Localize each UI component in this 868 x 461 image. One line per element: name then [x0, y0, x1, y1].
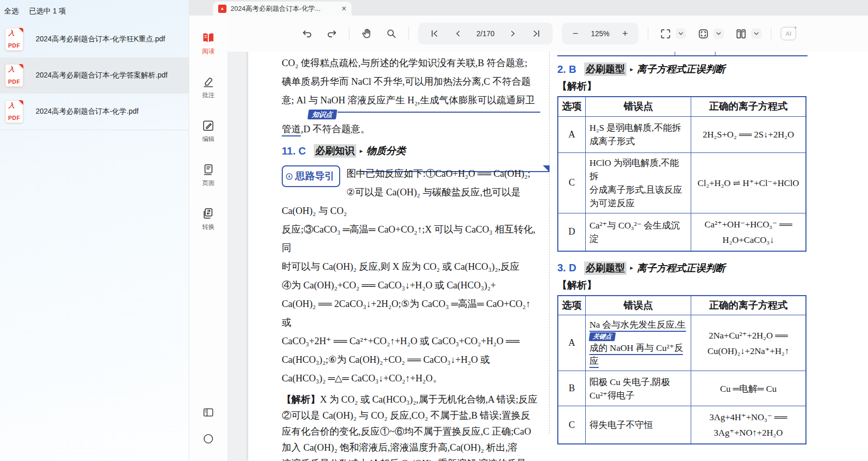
paragraph: 管道,D 不符合题意。: [282, 120, 540, 139]
guide-box: 思路导引 图中已知反应如下:①CaO+H₂O ══ Ca(OH)₂; ②可以是 …: [282, 164, 540, 388]
key-point-annotation: 关键点: [589, 331, 687, 342]
underlined-text: 成的 NaOH 再与 Cu²⁺反应: [589, 343, 683, 368]
sidenav-label: 编辑: [202, 135, 215, 144]
search-icon: [385, 27, 398, 40]
equation-cell: Cu ═电解═ Cu: [691, 371, 806, 406]
key-point-badge: 关键点: [589, 332, 616, 341]
column-header: 错误点: [586, 296, 691, 315]
question-heading-11: 11. C 必刷知识 ▸ 物质分类: [282, 143, 540, 159]
next-page-button[interactable]: [505, 26, 521, 41]
pdf-page: CO₂ 使得糕点疏松,与所述的化学知识没有关联,B 符合题意; 碘单质易升华而 …: [248, 52, 868, 461]
sidenav-item-edit[interactable]: 编辑: [202, 119, 215, 144]
sidenav-item-convert[interactable]: 转换: [202, 207, 215, 232]
fit-page-dropdown[interactable]: [713, 28, 724, 39]
highlighter-icon: [202, 75, 215, 88]
last-page-button[interactable]: [529, 26, 544, 41]
analysis-label: 【解析】: [557, 279, 808, 292]
answer-number: 2. B: [557, 64, 576, 75]
pdf-viewer[interactable]: CO₂ 使得糕点疏松,与所述的化学知识没有关联,B 符合题意; 碘单质易升华而 …: [227, 52, 868, 461]
redo-button[interactable]: [324, 26, 340, 41]
question-heading-3: 3. D 必刷题型 ▸ 离子方程式正误判断: [557, 260, 808, 276]
sidenav-item-annotate[interactable]: 批注: [202, 75, 215, 100]
zoom-controls: − 125% +: [562, 23, 638, 44]
select-all-button[interactable]: 全选: [4, 7, 19, 16]
option-cell: A: [558, 116, 586, 152]
page-fold-icon: [19, 64, 23, 69]
guide-text: 图中已知反应如下:①CaO+H₂O ══ Ca(OH)₂; ②可以是 Ca(OH…: [282, 168, 536, 383]
arrow-icon: ▸: [630, 264, 633, 272]
pdf-badge: PDF: [5, 42, 23, 49]
fullscreen-group: [658, 26, 686, 41]
page-indicator[interactable]: 2/170: [474, 29, 497, 38]
adobe-mark-icon: 入: [8, 66, 16, 72]
sidenav-item-pages[interactable]: 页面: [202, 163, 215, 188]
table-header-row: 选项 错误点 正确的离子方程式: [558, 97, 806, 116]
equation-cell: 3Ag+4H⁺+NO₃⁻ ══ 3Ag⁺+NO↑+2H₂O: [691, 406, 806, 444]
pdf-file-icon: 入 PDF: [5, 100, 23, 123]
undo-button[interactable]: [299, 26, 315, 41]
pdf-file-icon: 入 PDF: [5, 28, 23, 51]
toolbar-divider: [408, 27, 409, 40]
zoom-out-button[interactable]: −: [570, 28, 581, 39]
tab-close-button[interactable]: ×: [342, 5, 346, 13]
question-heading-2: 2. B 必刷题型 ▸ 离子方程式正误判断: [557, 61, 808, 78]
analysis-label: 【解析】: [557, 80, 808, 93]
pdf-file-icon: 入 PDF: [5, 64, 23, 87]
column-header: 正确的离子方程式: [691, 97, 806, 116]
ai-assistant-button[interactable]: AI ✦: [781, 27, 796, 40]
zoom-in-button[interactable]: +: [620, 28, 630, 39]
section-tag: 必刷知识: [314, 144, 356, 158]
adobe-mark-icon: 入: [8, 102, 16, 109]
sidenav-item-read[interactable]: 阅读: [202, 31, 215, 56]
option-cell: A: [558, 315, 586, 371]
answer-number: 3. D: [557, 262, 576, 274]
fullscreen-dropdown[interactable]: [676, 28, 686, 39]
undo-icon: [301, 27, 313, 40]
first-page-button[interactable]: [427, 26, 442, 41]
file-list-item[interactable]: 入 PDF 2024高考必刷题合订本-化学狂K重点.pdf: [0, 21, 189, 57]
document-tab[interactable]: ▲ 2024高考必刷题合订本-化学... ×: [213, 2, 352, 16]
convert-icon: [202, 207, 215, 220]
equation-cell: Cl₂+H₂O ⇌ H⁺+Cl⁻+HClO: [691, 152, 806, 213]
side-panel-icon: [202, 406, 215, 419]
circle-icon: [203, 433, 214, 444]
search-button[interactable]: [384, 26, 399, 41]
table-row: B 阳极 Cu 失电子,阴极 Cu²⁺得电子 Cu ═电解═ Cu: [558, 371, 806, 406]
prev-page-button[interactable]: [450, 26, 466, 41]
hand-icon: [360, 27, 373, 40]
adobe-mark-icon: 入: [8, 30, 16, 36]
file-list-item-selected[interactable]: 入 PDF 2024高考必刷题合订本-化学答案解析.pdf: [0, 57, 189, 94]
page-column-left: CO₂ 使得糕点疏松,与所述的化学知识没有关联,B 符合题意; 碘单质易升华而 …: [282, 52, 540, 461]
page-layout-dropdown[interactable]: [751, 28, 762, 39]
fullscreen-button[interactable]: [658, 26, 673, 41]
panel-toggle-button[interactable]: [189, 406, 227, 419]
book-icon: [202, 31, 215, 44]
sidenav-label: 转换: [202, 223, 215, 232]
pdf-badge: PDF: [5, 115, 23, 121]
error-cell: Na 会与水先发生反应,生 关键点 成的 NaOH 再与 Cu²⁺反应: [586, 315, 691, 371]
table-row: D Ca²⁺与 CO₃²⁻ 会生成沉淀 Ca²⁺+OH⁻+HCO₃⁻ ══ H₂…: [558, 213, 806, 251]
redo-icon: [326, 27, 338, 40]
table-row: A Na 会与水先发生反应,生 关键点 成的 NaOH 再与 Cu²⁺反应 2N: [558, 315, 806, 371]
option-cell: C: [558, 406, 586, 444]
help-button[interactable]: [189, 433, 227, 444]
analysis-label: 【解析】: [282, 394, 320, 405]
page-fold-icon: [19, 100, 23, 105]
sidenav-label: 页面: [202, 179, 215, 188]
selection-status: 已选中 1 项: [29, 7, 66, 16]
pdf-reader-app: 全选 已选中 1 项 入 PDF 2024高考必刷题合订本-化学狂K重点.pdf…: [0, 0, 868, 461]
file-list: 入 PDF 2024高考必刷题合订本-化学狂K重点.pdf 入 PDF 2024…: [0, 21, 189, 130]
toolbar-divider: [771, 27, 771, 40]
mode-sidenav: 阅读 批注 编辑: [189, 16, 227, 461]
two-page-view-button[interactable]: [733, 26, 749, 41]
tab-bar: ▲ 2024高考必刷题合订本-化学... ×: [189, 0, 868, 16]
arrow-icon: ▸: [360, 147, 363, 155]
column-header: 错误点: [586, 97, 691, 116]
error-cell: 阳极 Cu 失电子,阴极 Cu²⁺得电子: [586, 371, 691, 406]
hand-tool-button[interactable]: [359, 26, 374, 41]
viewer-toolbar: 2/170 −: [227, 16, 868, 52]
option-cell: C: [558, 152, 586, 213]
fit-page-button[interactable]: [695, 26, 711, 41]
file-list-item[interactable]: 入 PDF 2024高考必刷题合订本-化学.pdf: [0, 94, 189, 130]
zoom-level[interactable]: 125%: [589, 29, 612, 38]
